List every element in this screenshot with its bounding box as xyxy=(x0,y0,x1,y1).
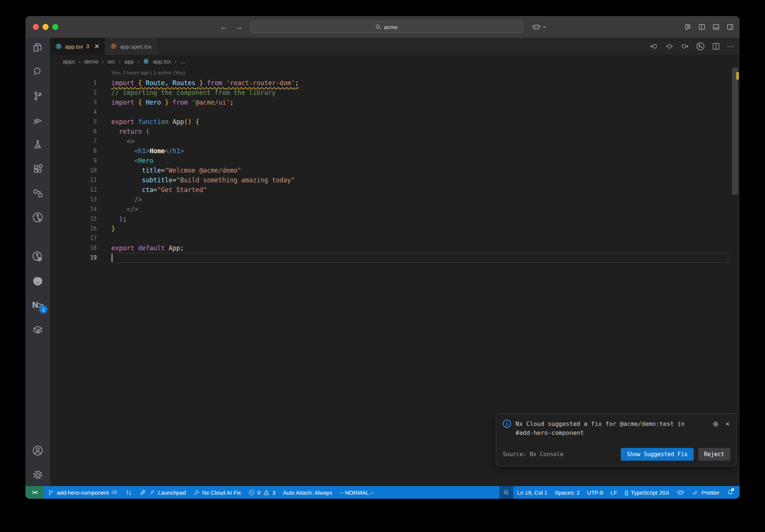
search-value: acme xyxy=(384,24,398,30)
code-line[interactable]: 1import { Route, Routes } from 'react-ro… xyxy=(50,78,731,88)
code-line[interactable]: 7 <> xyxy=(50,136,731,146)
split-editor-icon[interactable] xyxy=(712,42,721,51)
git-branch-item[interactable]: add-hero-component xyxy=(44,486,122,499)
code-line[interactable]: 17 xyxy=(50,233,731,243)
bell-badge-dot xyxy=(731,488,734,491)
wrench-icon xyxy=(193,489,200,496)
encoding-item[interactable]: UTF-8 xyxy=(583,486,607,499)
command-center-search[interactable]: acme xyxy=(250,21,523,33)
close-tab-icon[interactable]: ✕ xyxy=(94,43,99,50)
customize-layout-icon[interactable] xyxy=(684,23,692,31)
tab-app-tsx[interactable]: app.tsx 3 ✕ xyxy=(50,38,105,55)
auto-attach-item[interactable]: Auto Attach: Always xyxy=(279,486,336,499)
account-icon[interactable] xyxy=(30,443,45,458)
nav-edit-current-icon[interactable] xyxy=(665,42,674,51)
zoom-window-button[interactable] xyxy=(52,24,58,30)
code-line[interactable]: 14 </> xyxy=(50,204,731,214)
remote-projects-icon[interactable] xyxy=(30,186,45,201)
run-debug-icon[interactable] xyxy=(30,113,45,128)
testing-icon[interactable] xyxy=(30,137,45,152)
extensions-icon[interactable] xyxy=(30,161,45,176)
launchpad-label: Launchpad xyxy=(158,489,186,496)
code-line[interactable]: 2// importing the component from the lib… xyxy=(50,88,731,98)
git-blame-annotation[interactable]: You, 3 hours ago | 1 author (You) xyxy=(111,70,185,75)
chevron-down-icon xyxy=(542,25,546,29)
toggle-panel-icon[interactable] xyxy=(712,23,720,31)
errors-count: 0 xyxy=(257,489,260,496)
code-line[interactable]: 18export default App; xyxy=(50,243,731,253)
info-icon: i xyxy=(503,420,511,428)
breadcrumb-item[interactable]: ... xyxy=(180,58,185,65)
code-line[interactable]: 6 return ( xyxy=(50,127,731,136)
edge-browser-icon[interactable] xyxy=(30,273,45,288)
copilot-status-item[interactable] xyxy=(673,486,688,499)
search-view-icon[interactable] xyxy=(30,64,45,79)
rocket-icon xyxy=(139,489,146,496)
remote-indicator[interactable]: >< xyxy=(25,486,44,499)
breadcrumb-item[interactable]: src xyxy=(108,58,115,65)
language-mode-item[interactable]: {} TypeScript JSX xyxy=(621,486,673,499)
notification-close-icon[interactable]: ✕ xyxy=(725,420,730,427)
scrollbar-thumb[interactable] xyxy=(732,68,738,195)
gitlens-icon[interactable] xyxy=(30,210,45,225)
launchpad-item[interactable]: Launchpad xyxy=(136,486,189,499)
code-line[interactable]: 5export function App() { xyxy=(50,117,731,127)
code-line[interactable]: 9 <Hero xyxy=(50,156,731,166)
overview-ruler-warning-marker xyxy=(736,72,739,80)
copilot-icon xyxy=(677,489,684,496)
more-actions-icon[interactable]: ⋯ xyxy=(727,42,735,51)
code-line[interactable]: 11 subtitle="Build something amazing tod… xyxy=(50,175,731,185)
window-controls xyxy=(33,24,58,30)
magnifier-minus-icon xyxy=(503,489,510,496)
nav-edit-back-icon[interactable] xyxy=(650,42,659,51)
minimize-window-button[interactable] xyxy=(43,24,49,30)
navigate-forward-icon[interactable]: → xyxy=(235,22,243,32)
problems-item[interactable]: 0 3 xyxy=(245,486,279,499)
git-branch-icon xyxy=(48,489,54,496)
breadcrumb-item[interactable]: app xyxy=(124,58,134,65)
code-editor[interactable]: You, 3 hours ago | 1 author (You) 1impor… xyxy=(50,68,740,486)
notification-settings-gear-icon[interactable] xyxy=(712,420,719,428)
zoom-indicator-item[interactable] xyxy=(499,486,513,499)
toggle-primary-sidebar-icon[interactable] xyxy=(698,23,706,31)
code-line[interactable]: 16} xyxy=(50,224,731,233)
vim-mode-item[interactable]: -- NORMAL -- xyxy=(336,486,378,499)
breadcrumb-item[interactable]: app.tsx xyxy=(153,58,171,65)
status-bar: >< add-hero-component Launchpad Nx Cloud… xyxy=(25,486,740,499)
reject-button[interactable]: Reject xyxy=(698,448,730,461)
show-suggested-fix-button[interactable]: Show Suggested Fix xyxy=(621,448,694,461)
breadcrumb-item[interactable]: demo xyxy=(84,58,99,65)
explorer-icon[interactable] xyxy=(30,40,45,55)
breadcrumb-separator: › xyxy=(79,58,81,65)
errors-icon xyxy=(248,489,255,496)
gitlens-inspect-icon[interactable] xyxy=(30,249,45,264)
nx-fix-label: Nx Cloud AI Fix xyxy=(202,489,241,496)
code-line[interactable]: 15 ); xyxy=(50,214,731,224)
source-control-icon[interactable] xyxy=(30,89,45,103)
indentation-item[interactable]: Spaces: 2 xyxy=(551,486,583,499)
nx-cloud-fix-item[interactable]: Nx Cloud AI Fix xyxy=(190,486,245,499)
run-or-debug-icon[interactable] xyxy=(696,41,705,51)
code-line[interactable]: 3import { Hero } from '@acme/ui'; xyxy=(50,98,731,107)
code-line[interactable]: 13 /> xyxy=(50,195,731,204)
toggle-secondary-sidebar-icon[interactable] xyxy=(726,23,734,31)
code-line[interactable]: 8 <h1>Home</h1> xyxy=(50,146,731,156)
code-line[interactable]: 4 xyxy=(50,107,731,117)
navigate-back-icon[interactable]: ← xyxy=(220,22,228,32)
warnings-icon xyxy=(263,489,270,496)
tab-app-spec-tsx[interactable]: app.spec.tsx xyxy=(105,38,157,55)
code-line[interactable]: 10 title="Welcmoe @acme/demo" xyxy=(50,166,731,175)
notifications-bell-item[interactable] xyxy=(723,486,737,499)
cursor-position-item[interactable]: Ln 19, Col 1 xyxy=(513,486,551,499)
copilot-menu[interactable] xyxy=(532,16,546,38)
breadcrumb-item[interactable]: apps xyxy=(63,58,75,65)
settings-gear-icon[interactable] xyxy=(30,467,45,482)
git-compare-item[interactable] xyxy=(122,486,136,499)
eol-item[interactable]: LF xyxy=(607,486,621,499)
prettier-item[interactable]: Prettier xyxy=(688,486,723,499)
nx-console-icon[interactable]: N> 1 xyxy=(30,298,45,313)
containers-icon[interactable] xyxy=(30,322,45,337)
code-line[interactable]: 12 cta="Get Started" xyxy=(50,185,731,195)
nav-edit-forward-icon[interactable] xyxy=(680,42,689,51)
close-window-button[interactable] xyxy=(33,24,39,30)
